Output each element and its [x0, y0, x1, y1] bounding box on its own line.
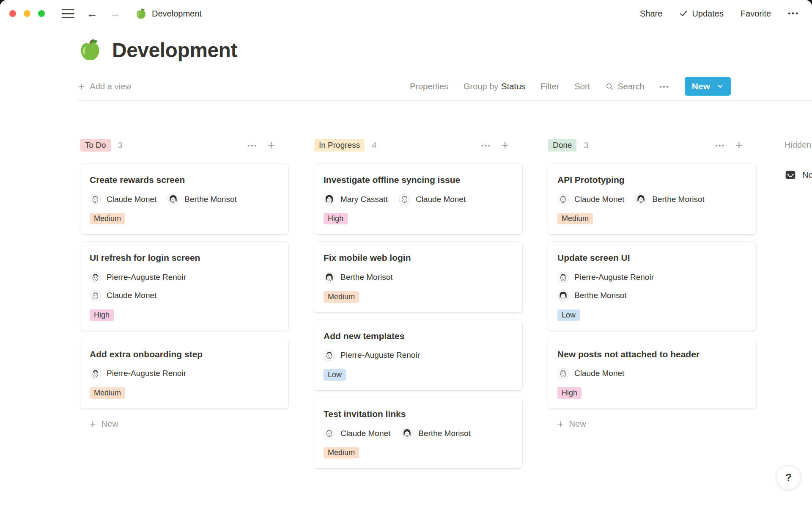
- avatar-mary-cassatt-icon: [324, 193, 335, 205]
- green-apple-icon: [135, 8, 147, 19]
- kanban-card-investigate-offline-syncing-issue[interactable]: Investigate offline syncing issue Mary C…: [314, 164, 522, 234]
- breadcrumb-title: Development: [152, 9, 202, 19]
- card-title: Create rewards screen: [90, 174, 279, 185]
- group-by-button[interactable]: Group by Status: [464, 82, 525, 91]
- search-button[interactable]: Search: [605, 82, 644, 91]
- column-status-badge[interactable]: In Progress: [314, 139, 365, 152]
- card-title: Investigate offline syncing issue: [324, 174, 513, 185]
- assignee-name: Berthe Morisot: [652, 195, 705, 204]
- avatar-claude-monet-icon: [399, 193, 410, 205]
- assignee-name: Mary Cassatt: [340, 195, 388, 204]
- avatar-claude-monet-icon: [90, 193, 101, 205]
- assignee-name: Claude Monet: [340, 429, 390, 438]
- sidebar-toggle-icon[interactable]: [62, 9, 74, 19]
- priority-badge: Medium: [90, 387, 125, 399]
- assignee-name: Berthe Morisot: [340, 273, 393, 282]
- column-status-badge[interactable]: Done: [548, 139, 576, 152]
- add-card-button[interactable]: + New: [548, 418, 756, 430]
- card-list: Create rewards screen Claude Monet Berth…: [80, 164, 288, 409]
- card-title: UI refresh for login screen: [90, 252, 279, 263]
- archive-icon: [785, 169, 796, 181]
- priority-badge: High: [557, 387, 582, 399]
- assignee: Mary Cassatt: [324, 193, 388, 205]
- priority-badge: High: [90, 309, 114, 321]
- filter-button[interactable]: Filter: [540, 82, 559, 91]
- kanban-card-create-rewards-screen[interactable]: Create rewards screen Claude Monet Berth…: [80, 164, 288, 234]
- kanban-board: To Do 3 ••• + Create rewards screen Clau…: [0, 138, 812, 468]
- priority-badge: Low: [557, 309, 580, 321]
- card-title: New posts not attached to header: [557, 349, 747, 360]
- column-more-icon[interactable]: •••: [481, 142, 491, 149]
- card-list: API Prototyping Claude Monet Berthe Mori…: [548, 164, 756, 409]
- assignee-list: Berthe Morisot: [324, 272, 513, 283]
- assignee: Claude Monet: [557, 368, 624, 379]
- assignee: Pierre-Auguste Renoir: [557, 272, 747, 283]
- assignee-list: Claude Monet Berthe Morisot: [557, 193, 747, 205]
- column-add-icon[interactable]: +: [735, 139, 743, 152]
- assignee: Pierre-Auguste Renoir: [90, 368, 186, 379]
- maximize-window-button[interactable]: [38, 10, 45, 17]
- priority-badge: Medium: [90, 213, 125, 224]
- hidden-columns-panel: Hidden No Status: [785, 139, 812, 181]
- assignee: Claude Monet: [90, 290, 279, 301]
- assignee: Claude Monet: [399, 193, 466, 205]
- column-count: 3: [118, 141, 123, 150]
- more-options-icon[interactable]: •••: [788, 9, 799, 18]
- plus-icon: +: [90, 418, 96, 430]
- kanban-card-test-invitation-links[interactable]: Test invitation links Claude Monet Berth…: [314, 398, 522, 468]
- properties-button[interactable]: Properties: [410, 82, 448, 91]
- column-more-icon[interactable]: •••: [715, 142, 725, 149]
- view-toolbar: + Add a view Properties Group by Status …: [0, 77, 812, 96]
- column-more-icon[interactable]: •••: [247, 142, 257, 149]
- column-actions: ••• +: [247, 139, 288, 152]
- kanban-card-fix-mobile-web-login[interactable]: Fix mobile web login Berthe Morisot Medi…: [314, 242, 522, 312]
- priority-badge: Low: [324, 369, 346, 381]
- column-header: In Progress 4 ••• +: [314, 138, 522, 153]
- minimize-window-button[interactable]: [24, 10, 30, 17]
- assignee-list: Claude Monet: [557, 368, 747, 379]
- avatar-claude-monet-icon: [90, 290, 101, 301]
- kanban-card-ui-refresh-for-login-screen[interactable]: UI refresh for login screen Pierre-Augus…: [80, 242, 288, 330]
- favorite-button[interactable]: Favorite: [741, 9, 771, 19]
- avatar-berthe-morisot-icon: [324, 272, 335, 283]
- toolbar-right: Properties Group by Status Filter Sort S…: [410, 77, 731, 96]
- avatar-pierre-auguste-renoir-icon: [90, 368, 101, 379]
- column-add-icon[interactable]: +: [501, 139, 509, 152]
- new-button[interactable]: New: [685, 77, 731, 96]
- column-status-badge[interactable]: To Do: [80, 139, 111, 152]
- assignee-list: Claude Monet Berthe Morisot: [90, 193, 279, 205]
- column-add-icon[interactable]: +: [267, 139, 275, 152]
- assignee-name: Pierre-Auguste Renoir: [574, 273, 654, 282]
- updates-button[interactable]: Updates: [679, 9, 724, 19]
- assignee-name: Berthe Morisot: [184, 195, 237, 204]
- hidden-columns-toggle[interactable]: Hidden: [785, 139, 812, 150]
- card-list: Investigate offline syncing issue Mary C…: [314, 164, 522, 468]
- assignee-list: Pierre-Auguste Renoir Berthe Morisot: [557, 272, 747, 301]
- share-button[interactable]: Share: [640, 9, 662, 19]
- page-green-apple-icon[interactable]: [78, 38, 102, 62]
- view-more-options-icon[interactable]: •••: [660, 83, 669, 90]
- add-card-button[interactable]: + New: [80, 418, 288, 430]
- forward-arrow-icon[interactable]: →: [110, 8, 121, 19]
- avatar-berthe-morisot-icon: [167, 193, 179, 205]
- back-arrow-icon[interactable]: ←: [86, 8, 98, 19]
- hidden-column-no-status[interactable]: No Status: [785, 169, 812, 181]
- kanban-card-api-prototyping[interactable]: API Prototyping Claude Monet Berthe Mori…: [548, 164, 756, 234]
- page-title[interactable]: Development: [112, 39, 237, 62]
- assignee-name: Claude Monet: [107, 291, 156, 300]
- assignee-name: Berthe Morisot: [574, 291, 627, 300]
- help-button[interactable]: ?: [776, 465, 801, 489]
- kanban-card-new-posts-not-attached-to-header[interactable]: New posts not attached to header Claude …: [548, 338, 756, 409]
- assignee: Berthe Morisot: [635, 193, 705, 205]
- titlebar-actions: Share Updates Favorite •••: [640, 9, 799, 19]
- kanban-card-add-extra-onboarding-step[interactable]: Add extra onboarding step Pierre-Auguste…: [80, 338, 288, 409]
- avatar-berthe-morisot-icon: [557, 290, 569, 301]
- kanban-card-add-new-templates[interactable]: Add new templates Pierre-Auguste Renoir …: [314, 320, 522, 390]
- breadcrumb[interactable]: Development: [135, 8, 202, 19]
- close-window-button[interactable]: [9, 10, 16, 17]
- sort-button[interactable]: Sort: [574, 82, 590, 91]
- kanban-card-update-screen-ui[interactable]: Update screen UI Pierre-Auguste Renoir B…: [548, 242, 756, 330]
- assignee-list: Pierre-Auguste Renoir: [324, 350, 513, 361]
- add-view-button[interactable]: + Add a view: [78, 80, 131, 93]
- assignee-name: Claude Monet: [574, 369, 624, 378]
